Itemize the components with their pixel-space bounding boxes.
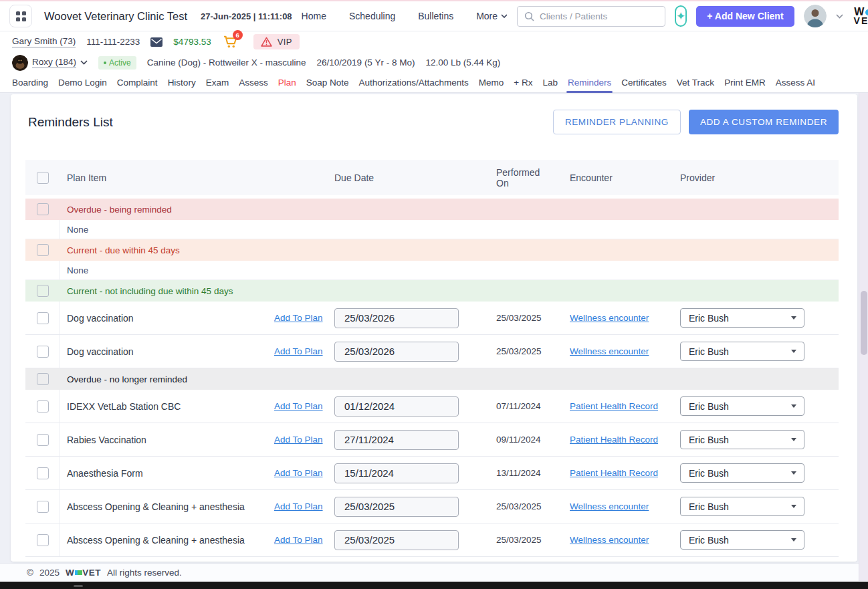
tab-authorizations-attachments[interactable]: Authorizations/Attachments	[359, 74, 469, 92]
patient-avatar[interactable]	[12, 55, 28, 71]
tab-print-emr[interactable]: Print EMR	[724, 74, 766, 92]
provider-value: Eric Bush	[689, 313, 729, 324]
encounter-link[interactable]: Wellness encounter	[570, 313, 649, 323]
table-row: Dog vaccinationAdd To Plan25/03/2025Well…	[25, 335, 839, 368]
vip-badge: VIP	[253, 34, 300, 49]
row-checkbox[interactable]	[37, 534, 49, 546]
scrollbar-thumb[interactable]	[861, 291, 867, 355]
tab-vet-track[interactable]: Vet Track	[677, 74, 714, 92]
tab-assess[interactable]: Assess	[239, 74, 268, 92]
tab-reminders[interactable]: Reminders	[568, 74, 611, 92]
due-date-input[interactable]	[334, 342, 459, 362]
patient-tabs: BoardingDemo LoginComplaintHistoryExamAs…	[0, 73, 868, 93]
encounter-link[interactable]: Wellness encounter	[570, 501, 649, 511]
nav-item-home[interactable]: Home	[302, 11, 326, 21]
nav-item-more[interactable]: More	[476, 11, 508, 21]
row-checkbox[interactable]	[37, 285, 49, 297]
provider-select[interactable]: Eric Bush	[680, 308, 804, 328]
patient-name-link[interactable]: Roxy (184)	[32, 57, 76, 68]
encounter-link[interactable]: Wellness encounter	[570, 346, 649, 356]
footer-year: 2025	[39, 568, 60, 578]
add-to-plan-link[interactable]: Add To Plan	[274, 501, 323, 511]
tab-lab[interactable]: Lab	[543, 74, 558, 92]
chevron-down-icon	[791, 438, 796, 441]
add-new-client-button[interactable]: + Add New Client	[696, 6, 794, 27]
row-checkbox[interactable]	[37, 373, 49, 385]
tab-history[interactable]: History	[168, 74, 196, 92]
add-to-plan-link[interactable]: Add To Plan	[274, 313, 323, 323]
due-date-input[interactable]	[334, 396, 459, 417]
provider-select[interactable]: Eric Bush	[680, 396, 804, 416]
patient-chevron-down-icon[interactable]	[80, 60, 88, 65]
add-to-plan-link[interactable]: Add To Plan	[274, 535, 323, 545]
plan-item-label: IDEXX VetLab Station CBC	[60, 390, 267, 423]
row-checkbox[interactable]	[37, 434, 49, 446]
tab-assess-ai[interactable]: Assess AI	[776, 74, 815, 92]
client-name-link[interactable]: Gary Smith (73)	[12, 36, 76, 47]
row-checkbox[interactable]	[37, 346, 49, 358]
provider-value: Eric Bush	[689, 435, 729, 445]
row-checkbox[interactable]	[37, 501, 49, 513]
footer: © 2025 WVET All rights reserved.	[0, 563, 868, 582]
provider-value: Eric Bush	[689, 468, 729, 479]
provider-select[interactable]: Eric Bush	[680, 463, 804, 483]
user-avatar[interactable]	[804, 5, 827, 27]
tab-complaint[interactable]: Complaint	[117, 74, 158, 92]
tab-demo-login[interactable]: Demo Login	[58, 74, 107, 92]
tab-memo[interactable]: Memo	[479, 74, 504, 92]
tab--rx[interactable]: + Rx	[514, 74, 532, 92]
provider-select[interactable]: Eric Bush	[680, 342, 804, 361]
global-search[interactable]	[517, 6, 665, 27]
patient-dob: 26/10/2019 (5 Yr - 8 Mo)	[317, 57, 415, 68]
row-checkbox[interactable]	[37, 203, 49, 215]
encounter-link[interactable]: Patient Health Record	[570, 401, 658, 411]
provider-select[interactable]: Eric Bush	[680, 530, 804, 550]
scrollbar-track[interactable]	[859, 93, 868, 581]
profile-chevron-down-icon[interactable]	[836, 14, 843, 19]
tab-boarding[interactable]: Boarding	[12, 74, 48, 92]
add-to-plan-link[interactable]: Add To Plan	[274, 346, 323, 356]
due-date-input[interactable]	[334, 530, 459, 550]
footer-rights: All rights reserved.	[107, 568, 182, 578]
add-custom-reminder-button[interactable]: ADD A CUSTOM REMINDER	[689, 110, 839, 134]
encounter-link[interactable]: Patient Health Record	[570, 435, 658, 445]
add-to-plan-link[interactable]: Add To Plan	[274, 401, 323, 411]
envelope-icon[interactable]	[150, 37, 162, 47]
tab-soap-note[interactable]: Soap Note	[306, 74, 349, 92]
row-checkbox[interactable]	[37, 244, 49, 256]
nav-item-bulletins[interactable]: Bulletins	[418, 11, 453, 21]
due-date-input[interactable]	[334, 463, 459, 483]
add-to-plan-link[interactable]: Add To Plan	[274, 435, 323, 445]
row-checkbox[interactable]	[37, 312, 49, 324]
client-balance[interactable]: $4793.53	[173, 37, 211, 47]
encounter-link[interactable]: Wellness encounter	[570, 535, 649, 545]
row-checkbox[interactable]	[37, 467, 49, 479]
nav-item-scheduling[interactable]: Scheduling	[349, 11, 395, 21]
search-input[interactable]	[540, 11, 658, 21]
select-all-checkbox[interactable]	[37, 172, 49, 184]
encounter-link[interactable]: Patient Health Record	[570, 468, 658, 478]
add-to-plan-link[interactable]: Add To Plan	[274, 468, 323, 478]
reminder-planning-button[interactable]: REMINDER PLANNING	[553, 110, 681, 134]
plan-item-label: Abscess Opening & Cleaning + anesthesia	[60, 490, 267, 523]
tab-exam[interactable]: Exam	[206, 74, 229, 92]
table-row: Anaesthesia FormAdd To Plan13/11/2024Pat…	[25, 457, 839, 490]
footer-woovet-logo: WVET	[66, 568, 101, 578]
app-grid-button[interactable]	[9, 5, 32, 27]
col-due-date: Due Date	[334, 160, 469, 195]
due-date-input[interactable]	[334, 430, 459, 450]
provider-select[interactable]: Eric Bush	[680, 497, 804, 516]
provider-value: Eric Bush	[689, 401, 729, 412]
patient-weight: 12.00 Lb (5.44 Kg)	[425, 57, 500, 68]
due-date-input[interactable]	[334, 497, 459, 517]
tab-certificates[interactable]: Certificates	[621, 74, 667, 92]
row-checkbox[interactable]	[37, 400, 49, 413]
copyright-icon: ©	[27, 568, 33, 578]
cart-button[interactable]: 6	[223, 35, 237, 48]
chevron-down-icon	[791, 538, 796, 542]
provider-select[interactable]: Eric Bush	[680, 430, 804, 449]
due-date-input[interactable]	[334, 308, 459, 328]
tab-plan[interactable]: Plan	[278, 74, 296, 92]
ai-assist-button[interactable]: ✦	[675, 5, 687, 27]
col-plan-item: Plan Item	[60, 160, 267, 195]
